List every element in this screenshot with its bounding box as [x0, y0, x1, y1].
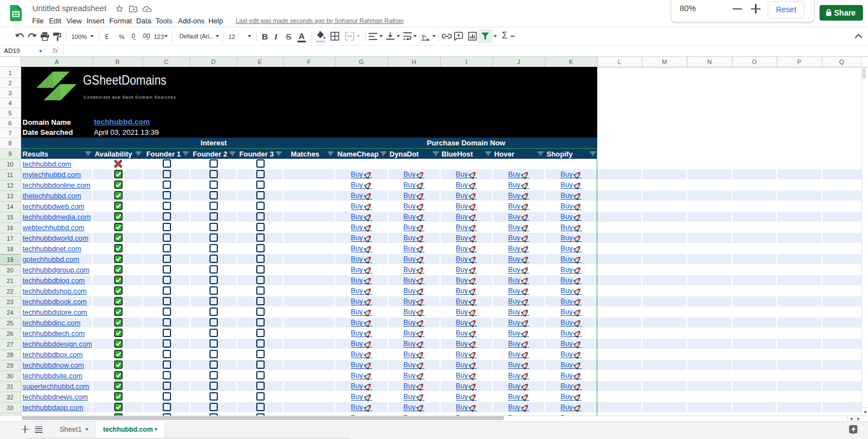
svg-text:A: A — [421, 32, 427, 40]
